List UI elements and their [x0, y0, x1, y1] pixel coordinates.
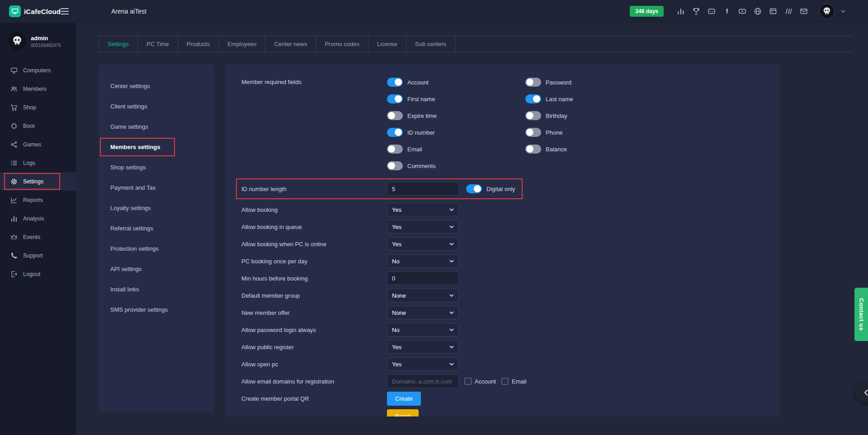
min-hours-input[interactable] [387, 271, 459, 285]
sidebar-item-boot[interactable]: Boot [0, 117, 76, 135]
discord-icon[interactable] [707, 7, 716, 16]
field-label: Min hours before booking [241, 275, 387, 282]
sidebar-item-shop[interactable]: Shop [0, 98, 76, 117]
sidebar-item-games[interactable]: Games [0, 135, 76, 154]
field-label: ID number length [241, 186, 387, 192]
toggle-switch[interactable] [525, 94, 541, 103]
nav-loyalty-settings[interactable]: Loyalty settings [99, 198, 214, 218]
bar-chart-icon [10, 215, 18, 222]
toggle-birthday[interactable]: Birthday [525, 111, 573, 120]
sidebar-item-settings[interactable]: Settings [0, 172, 76, 191]
field-label: Create member portal QR [241, 395, 387, 402]
globe-icon[interactable] [753, 7, 762, 16]
sidebar-item-logout[interactable]: Logout [0, 265, 76, 283]
allow-open-pc-select[interactable]: Yes [387, 357, 459, 371]
toggle-switch[interactable] [525, 128, 541, 137]
account-checkbox[interactable] [464, 378, 472, 385]
select-value: No [392, 258, 400, 265]
nav-protection-settings[interactable]: Protection settings [99, 239, 214, 259]
contact-us-tab[interactable]: Contact us [854, 288, 868, 341]
toggle-switch[interactable] [525, 78, 541, 87]
toggle-switch[interactable] [387, 145, 403, 154]
tab-settings[interactable]: Settings [99, 36, 138, 52]
chevron-down-icon [449, 328, 454, 331]
nav-payment-and-tax[interactable]: Payment and Tax [99, 178, 214, 198]
nav-install-links[interactable]: Install links [99, 279, 214, 299]
reseller-icon[interactable] [784, 7, 793, 16]
nav-members-settings[interactable]: Members settings [99, 137, 214, 157]
nav-api-settings[interactable]: API settings [99, 259, 214, 279]
nav-sms-provider-settings[interactable]: SMS provider settings [99, 299, 214, 320]
public-register-select[interactable]: Yes [387, 340, 459, 354]
sidebar-item-label: Members [23, 86, 47, 92]
select-value: Yes [392, 224, 401, 230]
tab-promo-codes[interactable]: Promo codes [316, 36, 368, 52]
app-logo[interactable]: iCafeCloud [9, 5, 61, 17]
sidebar-item-reports[interactable]: Reports [0, 191, 76, 209]
tab-products[interactable]: Products [178, 36, 219, 52]
users-icon [10, 85, 18, 93]
toggle-email[interactable]: Email [387, 145, 525, 154]
password-login-select[interactable]: No [387, 323, 459, 337]
tab-sub-centers[interactable]: Sub centers [406, 36, 455, 52]
toggle-switch[interactable] [387, 161, 403, 170]
email-domains-input[interactable] [387, 374, 459, 388]
user-avatar[interactable] [819, 4, 835, 19]
toggle-switch[interactable] [387, 111, 403, 120]
toggle-switch[interactable] [466, 184, 482, 193]
toggle-last-name[interactable]: Last name [525, 94, 573, 103]
toggle-switch[interactable] [387, 78, 403, 87]
sidebar-item-support[interactable]: Support [0, 246, 76, 265]
sidebar-item-analysis[interactable]: Analysis [0, 209, 76, 228]
toggle-account[interactable]: Account [387, 78, 525, 87]
toggle-switch[interactable] [525, 111, 541, 120]
sidebar-item-members[interactable]: Members [0, 80, 76, 98]
nav-referral-settings[interactable]: Referral settings [99, 218, 214, 239]
sidebar-item-events[interactable]: Events [0, 228, 76, 246]
analytics-icon[interactable] [676, 7, 685, 16]
allow-booking-online-select[interactable]: Yes [387, 237, 459, 251]
facebook-icon[interactable]: f [722, 7, 731, 16]
chevron-down-icon[interactable] [841, 10, 845, 13]
tab-center-news[interactable]: Center news [265, 36, 316, 52]
license-days-badge[interactable]: 346 days [630, 6, 664, 17]
youtube-icon[interactable] [738, 7, 747, 16]
toggle-id-number[interactable]: ID number [387, 128, 525, 137]
cart-icon [10, 103, 18, 111]
toggle-balance[interactable]: Balance [525, 145, 573, 154]
nav-center-settings[interactable]: Center settings [99, 76, 214, 96]
toggle-switch[interactable] [525, 145, 541, 154]
tab-pc-time[interactable]: PC Time [138, 36, 178, 52]
toggle-first-name[interactable]: First name [387, 94, 525, 103]
id-number-length-input[interactable] [387, 182, 459, 196]
nav-game-settings[interactable]: Game settings [99, 117, 214, 137]
toggle-switch[interactable] [387, 94, 403, 103]
toggle-switch[interactable] [387, 128, 403, 137]
nav-shop-settings[interactable]: Shop settings [99, 157, 214, 178]
tab-license[interactable]: License [368, 36, 406, 52]
allow-booking-select[interactable]: Yes [387, 203, 459, 216]
mail-icon[interactable] [799, 7, 808, 16]
create-qr-button[interactable]: Create [387, 392, 421, 406]
toggle-phone[interactable]: Phone [525, 128, 573, 137]
reset-button[interactable]: Reset [387, 409, 419, 416]
hamburger-menu-icon[interactable] [61, 8, 69, 14]
toggle-password[interactable]: Password [525, 78, 573, 87]
email-checkbox[interactable] [501, 378, 509, 385]
new-member-offer-select[interactable]: None [387, 306, 459, 319]
line-chart-icon [10, 196, 18, 204]
select-value: Yes [392, 241, 401, 248]
toggle-expire-time[interactable]: Expire time [387, 111, 525, 120]
toggle-digital-only[interactable]: Digital only [466, 184, 515, 193]
sidebar-item-computers[interactable]: Computers [0, 61, 76, 80]
tab-employees[interactable]: Employees [219, 36, 265, 52]
default-member-group-select[interactable]: None [387, 289, 459, 302]
toggle-comments[interactable]: Comments [387, 161, 525, 170]
nav-client-settings[interactable]: Client settings [99, 96, 214, 117]
pc-booking-once-select[interactable]: No [387, 254, 459, 268]
allow-booking-queue-select[interactable]: Yes [387, 220, 459, 234]
trophy-icon[interactable] [692, 7, 701, 16]
billing-icon[interactable] [769, 7, 778, 16]
sidebar-item-logs[interactable]: Logs [0, 154, 76, 172]
center-title: Arena aiTest [111, 8, 146, 15]
